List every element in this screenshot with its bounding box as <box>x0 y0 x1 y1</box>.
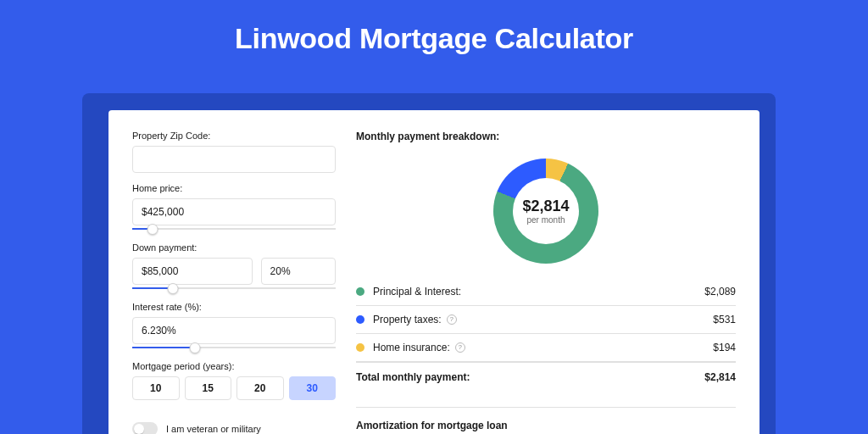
inputs-column: Property Zip Code: Home price: Down paym… <box>132 131 336 434</box>
amortization-title: Amortization for mortgage loan <box>356 420 736 431</box>
legend-row-principal: Principal & Interest: $2,089 <box>356 278 736 306</box>
info-icon[interactable]: ? <box>455 342 465 353</box>
legend-total-label: Total monthly payment: <box>356 371 470 383</box>
home-price-input[interactable] <box>132 198 336 225</box>
veteran-toggle[interactable] <box>132 422 158 434</box>
home-price-group: Home price: <box>132 183 336 232</box>
legend-dot-blue <box>356 315 364 324</box>
mortgage-period-segmented: 10 15 20 30 <box>132 376 336 400</box>
down-payment-slider[interactable] <box>132 283 336 292</box>
legend-label: Principal & Interest: <box>373 286 704 298</box>
page-title: Linwood Mortgage Calculator <box>0 22 868 55</box>
mortgage-period-label: Mortgage period (years): <box>132 361 336 371</box>
veteran-label: I am veteran or military <box>166 424 261 434</box>
donut-center: $2,814 per month <box>513 178 579 244</box>
legend-row-taxes: Property taxes: ? $531 <box>356 306 736 334</box>
legend-label: Property taxes: ? <box>373 314 713 326</box>
period-option-10[interactable]: 10 <box>132 376 180 400</box>
zip-input[interactable] <box>132 146 336 173</box>
period-option-15[interactable]: 15 <box>185 376 232 400</box>
interest-rate-input[interactable] <box>132 317 336 344</box>
down-payment-percent-input[interactable] <box>261 258 336 285</box>
donut-chart: $2,814 per month <box>356 147 736 275</box>
home-price-label: Home price: <box>132 183 336 193</box>
legend-total-value: $2,814 <box>704 371 736 383</box>
down-payment-input[interactable] <box>132 258 253 285</box>
zip-label: Property Zip Code: <box>132 131 336 141</box>
legend-value: $194 <box>713 342 736 353</box>
amortization-section: Amortization for mortgage loan Amortizat… <box>356 407 736 434</box>
period-option-20[interactable]: 20 <box>236 376 284 400</box>
mortgage-period-group: Mortgage period (years): 10 15 20 30 <box>132 361 336 400</box>
breakdown-column: Monthly payment breakdown: $2,814 per mo… <box>356 131 736 434</box>
legend-label: Home insurance: ? <box>373 342 713 353</box>
legend-value: $2,089 <box>704 286 736 298</box>
slider-thumb[interactable] <box>190 342 201 353</box>
home-price-slider[interactable] <box>132 224 336 232</box>
legend-row-insurance: Home insurance: ? $194 <box>356 334 736 362</box>
veteran-row: I am veteran or military <box>132 422 336 434</box>
period-option-30[interactable]: 30 <box>289 376 337 400</box>
legend-value: $531 <box>713 314 736 326</box>
down-payment-label: Down payment: <box>132 242 336 253</box>
legend-total-row: Total monthly payment: $2,814 <box>356 362 736 393</box>
breakdown-title: Monthly payment breakdown: <box>356 131 736 142</box>
donut-center-value: $2,814 <box>522 198 569 214</box>
legend: Principal & Interest: $2,089 Property ta… <box>356 278 736 393</box>
calculator-card: Property Zip Code: Home price: Down paym… <box>108 110 760 434</box>
interest-rate-slider[interactable] <box>132 342 336 351</box>
down-payment-group: Down payment: <box>132 242 336 292</box>
legend-dot-yellow <box>356 343 364 352</box>
slider-thumb[interactable] <box>147 224 159 235</box>
donut-center-sub: per month <box>526 215 565 225</box>
interest-rate-label: Interest rate (%): <box>132 302 336 312</box>
slider-thumb[interactable] <box>168 283 179 294</box>
legend-dot-green <box>356 287 364 296</box>
donut-ring: $2,814 per month <box>493 159 598 264</box>
zip-group: Property Zip Code: <box>132 131 336 173</box>
interest-rate-group: Interest rate (%): <box>132 302 336 351</box>
info-icon[interactable]: ? <box>447 314 457 325</box>
